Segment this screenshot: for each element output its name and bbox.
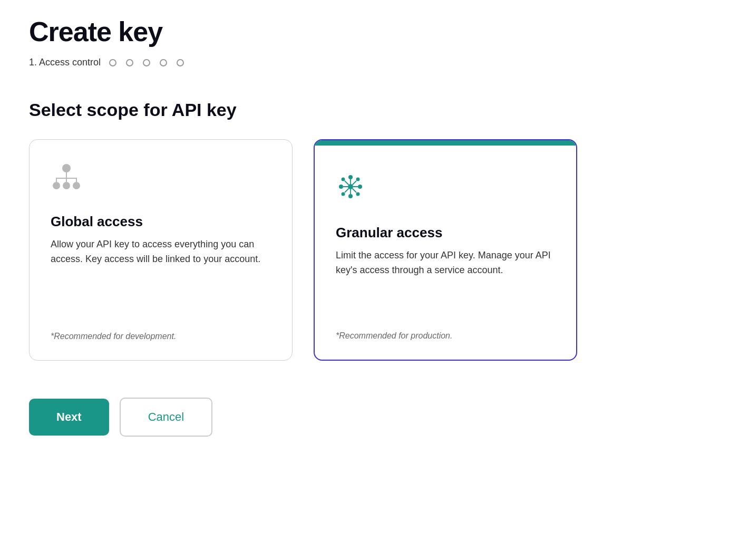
svg-point-15 xyxy=(356,178,360,181)
global-access-recommendation: *Recommended for development. xyxy=(51,332,271,341)
cards-container: Global access Allow your API key to acce… xyxy=(29,139,710,361)
stepper-dots xyxy=(109,59,184,66)
buttons-row: Next Cancel xyxy=(29,398,710,437)
granular-access-heading: Granular access xyxy=(336,225,555,241)
svg-point-14 xyxy=(342,178,345,181)
svg-point-7 xyxy=(63,182,70,189)
stepper-row: 1. Access control xyxy=(29,57,710,68)
section-title: Select scope for API key xyxy=(29,100,710,120)
svg-rect-5 xyxy=(76,178,77,182)
granular-access-description: Limit the access for your API key. Manag… xyxy=(336,248,555,316)
stepper-dot-1 xyxy=(109,59,116,66)
svg-point-16 xyxy=(342,192,345,196)
next-button[interactable]: Next xyxy=(29,399,109,436)
stepper-dot-5 xyxy=(177,59,184,66)
svg-rect-4 xyxy=(66,178,67,182)
svg-point-17 xyxy=(356,192,360,196)
stepper-dot-3 xyxy=(143,59,150,66)
svg-point-12 xyxy=(339,185,343,189)
svg-line-25 xyxy=(353,189,357,193)
svg-line-24 xyxy=(345,189,349,193)
stepper-dot-4 xyxy=(160,59,167,66)
svg-line-23 xyxy=(353,181,357,185)
svg-point-8 xyxy=(73,182,80,189)
granular-access-card[interactable]: Granular access Limit the access for you… xyxy=(314,139,577,361)
cancel-button[interactable]: Cancel xyxy=(120,398,212,437)
global-access-description: Allow your API key to access everything … xyxy=(51,237,271,317)
global-access-heading: Global access xyxy=(51,214,271,230)
stepper-label: 1. Access control xyxy=(29,57,101,68)
svg-rect-3 xyxy=(56,178,57,182)
granular-access-recommendation: *Recommended for production. xyxy=(336,331,555,341)
svg-point-6 xyxy=(53,182,60,189)
global-access-card[interactable]: Global access Allow your API key to acce… xyxy=(29,139,293,361)
svg-point-13 xyxy=(358,185,362,189)
svg-point-0 xyxy=(62,164,71,172)
network-icon xyxy=(336,172,555,204)
svg-rect-1 xyxy=(66,172,67,178)
page-title: Create key xyxy=(29,16,710,47)
svg-point-11 xyxy=(348,194,353,198)
svg-line-22 xyxy=(345,181,349,185)
org-chart-icon xyxy=(51,164,271,192)
stepper-dot-2 xyxy=(126,59,133,66)
svg-point-10 xyxy=(348,175,353,179)
